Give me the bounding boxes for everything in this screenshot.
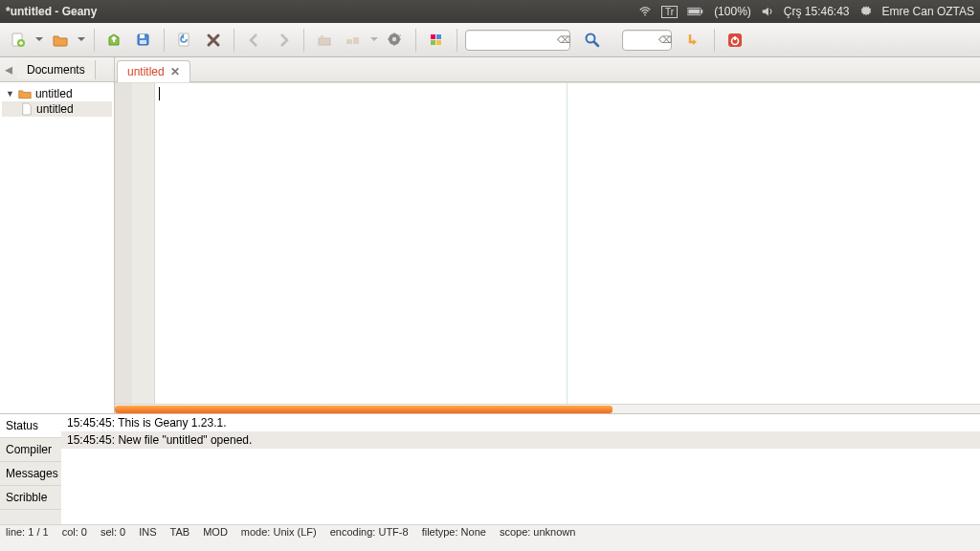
tab-status[interactable]: Status bbox=[0, 414, 61, 438]
keyboard-indicator[interactable]: Tr bbox=[661, 6, 678, 18]
goto-line-button[interactable] bbox=[681, 28, 706, 53]
horizontal-scrollbar[interactable] bbox=[115, 404, 980, 413]
clock[interactable]: Çrş 15:46:43 bbox=[784, 5, 850, 18]
svg-point-16 bbox=[392, 36, 396, 40]
message-row[interactable]: 15:45:45: This is Geany 1.23.1. bbox=[61, 414, 980, 431]
close-tab-icon[interactable]: ✕ bbox=[170, 65, 180, 78]
battery-icon[interactable] bbox=[687, 7, 704, 16]
tree-file-label: untitled bbox=[36, 102, 74, 116]
status-encoding: encoding: UTF-8 bbox=[330, 526, 409, 538]
new-file-button[interactable] bbox=[6, 28, 31, 53]
wifi-icon[interactable] bbox=[638, 5, 652, 18]
gear-icon[interactable] bbox=[859, 5, 873, 18]
workspace: ◂ Documents ▼ untitled untitled untitled… bbox=[0, 57, 980, 413]
text-cursor bbox=[159, 87, 160, 100]
close-button[interactable] bbox=[201, 28, 226, 53]
svg-rect-14 bbox=[353, 37, 359, 44]
goto-line-input[interactable] bbox=[622, 30, 672, 51]
status-sel: sel: 0 bbox=[100, 526, 125, 538]
svg-point-0 bbox=[644, 14, 646, 16]
document-tree[interactable]: ▼ untitled untitled bbox=[0, 82, 114, 413]
svg-rect-17 bbox=[431, 34, 435, 39]
svg-rect-11 bbox=[319, 38, 330, 45]
build-dropdown[interactable] bbox=[369, 28, 379, 53]
sidebar-scroll-left-icon[interactable]: ◂ bbox=[0, 60, 17, 78]
window-title: *untitled - Geany bbox=[6, 5, 97, 18]
revert-button[interactable] bbox=[172, 28, 197, 53]
toolbar-separator bbox=[94, 29, 95, 52]
status-tab: TAB bbox=[170, 526, 190, 538]
user-menu[interactable]: Emre Can OZTAS bbox=[882, 5, 974, 18]
editor-tab-untitled[interactable]: untitled ✕ bbox=[117, 60, 190, 82]
system-tray: Tr (100%) Çrş 15:46:43 Emre Can OZTAS bbox=[638, 5, 974, 18]
open-file-dropdown[interactable] bbox=[77, 28, 86, 53]
main-toolbar: ⌫ ⌫ bbox=[0, 23, 980, 57]
code-editor[interactable] bbox=[115, 82, 980, 404]
text-area[interactable] bbox=[155, 83, 980, 404]
run-button[interactable] bbox=[383, 28, 408, 53]
compile-button[interactable] bbox=[312, 28, 337, 53]
battery-percent: (100%) bbox=[714, 5, 751, 18]
status-line: line: 1 / 1 bbox=[6, 526, 49, 538]
scrollbar-thumb[interactable] bbox=[115, 406, 612, 413]
marker-margin bbox=[115, 83, 132, 404]
quit-button[interactable] bbox=[723, 28, 747, 53]
nav-forward-button[interactable] bbox=[271, 28, 296, 53]
status-mode: mode: Unix (LF) bbox=[241, 526, 317, 538]
svg-rect-18 bbox=[436, 34, 441, 39]
svg-rect-8 bbox=[140, 34, 145, 38]
svg-rect-2 bbox=[702, 10, 703, 13]
status-scope: scope: unknown bbox=[500, 526, 576, 538]
save-all-button[interactable] bbox=[131, 28, 156, 53]
tab-scribble[interactable]: Scribble bbox=[0, 486, 61, 510]
tree-file[interactable]: untitled bbox=[2, 101, 112, 117]
sidebar-tabbar: ◂ Documents bbox=[0, 57, 114, 82]
svg-rect-20 bbox=[436, 40, 441, 45]
build-button[interactable] bbox=[341, 28, 366, 53]
tree-expand-icon[interactable]: ▼ bbox=[6, 89, 14, 99]
tab-compiler[interactable]: Compiler bbox=[0, 438, 61, 462]
open-file-button[interactable] bbox=[48, 28, 73, 53]
sidebar-tab-documents[interactable]: Documents bbox=[17, 60, 96, 79]
folder-icon bbox=[18, 88, 32, 99]
status-ins: INS bbox=[139, 526, 156, 538]
svg-rect-3 bbox=[688, 10, 700, 14]
message-tabs: Status Compiler Messages Scribble bbox=[0, 414, 61, 524]
volume-icon[interactable] bbox=[761, 5, 774, 18]
tree-root-label: untitled bbox=[35, 87, 73, 100]
editor-area: untitled ✕ bbox=[115, 57, 980, 413]
svg-rect-13 bbox=[346, 39, 352, 44]
save-button[interactable] bbox=[102, 28, 127, 53]
status-mod: MOD bbox=[203, 526, 228, 538]
long-line-marker bbox=[567, 83, 568, 404]
system-panel: *untitled - Geany Tr (100%) Çrş 15:46:43… bbox=[0, 0, 980, 23]
tree-root[interactable]: ▼ untitled bbox=[2, 86, 112, 101]
color-chooser-button[interactable] bbox=[424, 28, 449, 53]
editor-tabbar: untitled ✕ bbox=[115, 57, 980, 82]
status-filetype: filetype: None bbox=[422, 526, 486, 538]
search-input[interactable] bbox=[465, 30, 570, 51]
line-gutter bbox=[132, 83, 155, 404]
status-bar: line: 1 / 1 col: 0 sel: 0 INS TAB MOD mo… bbox=[0, 524, 980, 538]
tab-messages[interactable]: Messages bbox=[0, 462, 61, 486]
search-button[interactable] bbox=[580, 28, 605, 53]
file-icon bbox=[21, 102, 33, 116]
new-file-dropdown[interactable] bbox=[34, 28, 44, 53]
message-window: Status Compiler Messages Scribble 15:45:… bbox=[0, 413, 980, 524]
svg-rect-9 bbox=[140, 40, 146, 44]
sidebar: ◂ Documents ▼ untitled untitled bbox=[0, 57, 115, 413]
svg-rect-19 bbox=[431, 40, 435, 45]
status-col: col: 0 bbox=[62, 526, 87, 538]
nav-back-button[interactable] bbox=[242, 28, 267, 53]
editor-tab-label: untitled bbox=[127, 65, 165, 78]
message-row[interactable]: 15:45:45: New file "untitled" opened. bbox=[61, 431, 980, 449]
svg-rect-12 bbox=[321, 35, 323, 38]
message-list[interactable]: 15:45:45: This is Geany 1.23.1. 15:45:45… bbox=[61, 414, 980, 524]
